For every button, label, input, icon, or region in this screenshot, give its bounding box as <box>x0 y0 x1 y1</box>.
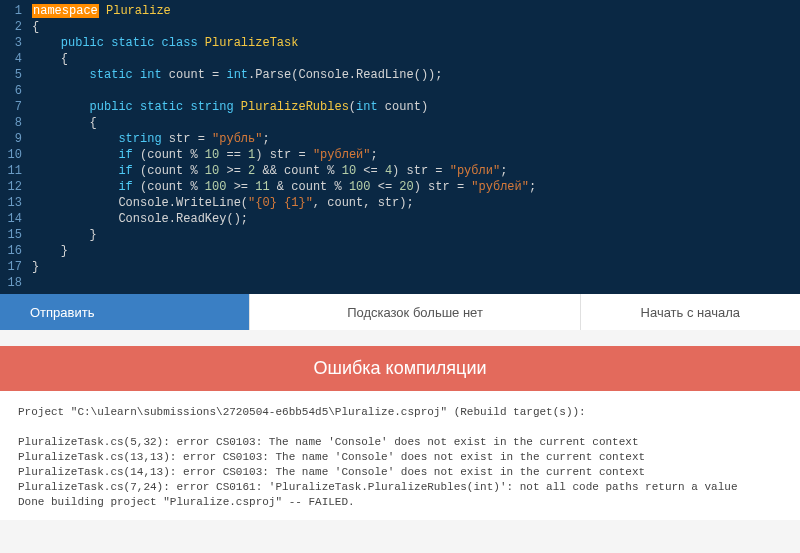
line-number: 9 <box>4 131 22 147</box>
line-number: 2 <box>4 19 22 35</box>
line-number: 3 <box>4 35 22 51</box>
namespace-keyword: namespace <box>32 4 99 18</box>
error-title: Ошибка компиляции <box>0 346 800 391</box>
line-number: 17 <box>4 259 22 275</box>
error-output: Project "C:\ulearn\submissions\2720504-e… <box>0 391 800 520</box>
line-number: 1 <box>4 3 22 19</box>
line-gutter: 123456789101112131415161718 <box>0 0 28 294</box>
restart-button[interactable]: Начать с начала <box>581 294 800 330</box>
line-number: 15 <box>4 227 22 243</box>
line-number: 5 <box>4 67 22 83</box>
line-number: 13 <box>4 195 22 211</box>
line-number: 8 <box>4 115 22 131</box>
submit-button[interactable]: Отправить <box>0 294 250 330</box>
line-number: 7 <box>4 99 22 115</box>
line-number: 18 <box>4 275 22 291</box>
line-number: 12 <box>4 179 22 195</box>
line-number: 14 <box>4 211 22 227</box>
spacer <box>0 330 800 346</box>
code-area[interactable]: namespace Pluralize { public static clas… <box>28 0 800 294</box>
line-number: 10 <box>4 147 22 163</box>
hints-button[interactable]: Подсказок больше нет <box>250 294 580 330</box>
code-editor[interactable]: 123456789101112131415161718 namespace Pl… <box>0 0 800 294</box>
line-number: 16 <box>4 243 22 259</box>
line-number: 11 <box>4 163 22 179</box>
line-number: 6 <box>4 83 22 99</box>
action-bar: Отправить Подсказок больше нет Начать с … <box>0 294 800 330</box>
line-number: 4 <box>4 51 22 67</box>
